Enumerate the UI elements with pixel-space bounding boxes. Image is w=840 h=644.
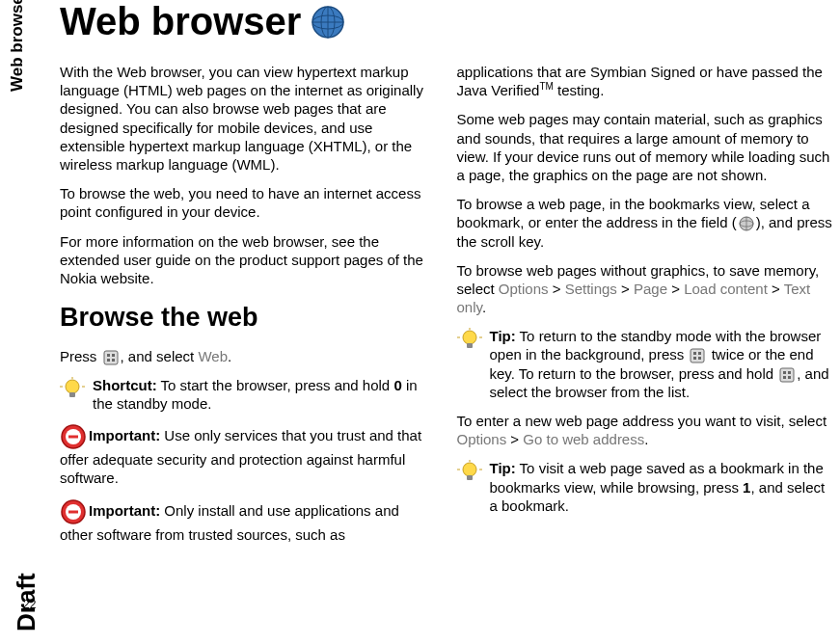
sidebar-section-label: Web browser [8,0,27,92]
svg-rect-11 [69,392,75,397]
browse-web-heading: Browse the web [60,301,436,335]
right-column: applications that are Symbian Signed or … [457,63,833,554]
browse-page-paragraph: To browse a web page, in the bookmarks v… [457,195,833,251]
svg-rect-8 [107,359,110,362]
svg-rect-25 [467,343,473,348]
memory-paragraph: Some web pages may contain material, suc… [457,110,833,184]
content-columns: With the Web browser, you can view hyper… [60,63,832,554]
svg-rect-29 [691,349,704,362]
lightbulb-icon [457,460,482,485]
svg-rect-37 [783,376,786,379]
warning-icon [60,423,87,450]
svg-rect-5 [104,351,118,364]
shortcut-block: Shortcut: To start the browser, press an… [60,376,436,413]
warning-icon [60,498,87,525]
svg-rect-35 [783,371,786,374]
svg-rect-34 [780,368,794,382]
page-content: Web browser With the Web browser, you ca… [60,0,840,644]
intro-paragraph: With the Web browser, you can view hyper… [60,63,436,174]
svg-point-39 [463,463,476,476]
shortcut-text: Shortcut: To start the browser, press an… [93,376,436,413]
important-1: Important: Use only services that you tr… [60,423,436,487]
svg-rect-30 [693,352,696,355]
more-info-paragraph: For more information on the web browser,… [60,232,436,288]
svg-rect-9 [112,359,115,362]
svg-rect-32 [693,357,696,360]
tip-standby-block: Tip: To return to the standby mode with … [457,327,833,401]
svg-point-24 [463,331,476,344]
page-title: Web browser [60,0,301,43]
left-column: With the Web browser, you can view hyper… [60,63,436,554]
access-point-paragraph: To browse the web, you need to have an i… [60,184,436,221]
title-row: Web browser [60,0,832,43]
text-only-paragraph: To browse web pages without graphics, to… [457,261,833,317]
svg-rect-31 [698,352,701,355]
tip-bookmark-text: Tip: To visit a web page saved as a book… [490,459,833,515]
svg-rect-6 [107,354,110,357]
tip-bookmark-block: Tip: To visit a web page saved as a book… [457,459,833,515]
svg-rect-36 [788,371,791,374]
globe-small-icon [739,216,754,231]
svg-rect-38 [788,376,791,379]
press-web-paragraph: Press , and select Web. [60,347,436,365]
svg-rect-7 [112,354,115,357]
menu-key-icon [779,367,795,383]
menu-key-icon [690,348,705,363]
lightbulb-icon [60,377,85,402]
tip-standby-text: Tip: To return to the standby mode with … [490,327,833,401]
goto-address-paragraph: To enter a new web page address you want… [457,412,833,448]
page-number: 22 [23,598,36,611]
globe-icon [311,5,345,40]
svg-rect-33 [698,357,701,360]
symbian-signed-paragraph: applications that are Symbian Signed or … [457,63,833,99]
svg-rect-40 [467,475,473,480]
svg-point-10 [66,380,79,393]
lightbulb-icon [457,328,482,353]
important-2: Important: Only install and use applicat… [60,498,436,544]
menu-key-icon [103,350,119,365]
